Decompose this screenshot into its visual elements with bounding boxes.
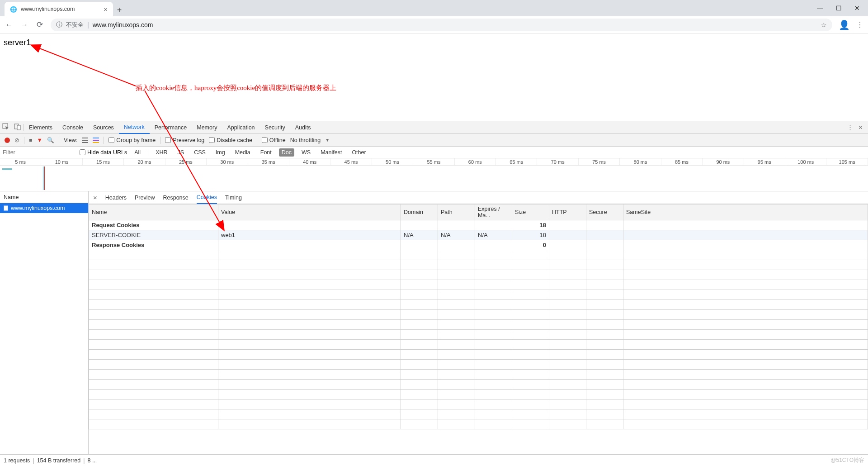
offline-checkbox[interactable]: Offline — [262, 137, 286, 143]
security-label: 不安全 — [66, 21, 84, 29]
filter-css[interactable]: CSS — [191, 148, 208, 157]
view-large-icon[interactable] — [82, 138, 88, 143]
cookie-row-empty — [89, 370, 868, 380]
filter-ws[interactable]: WS — [299, 148, 313, 157]
filter-icon[interactable]: ▼ — [37, 137, 42, 143]
filter-doc[interactable]: Doc — [279, 148, 294, 157]
filter-manifest[interactable]: Manifest — [318, 148, 344, 157]
menu-icon[interactable]: ⋮ — [856, 20, 863, 29]
filter-row: Hide data URLs All XHR JS CSS Img Media … — [0, 147, 868, 158]
browser-tab[interactable]: 🌐 www.mylinuxops.com × — [5, 2, 113, 16]
cookie-row-empty — [89, 399, 868, 409]
cookie-row-empty — [89, 300, 868, 310]
tab-elements[interactable]: Elements — [24, 121, 57, 133]
status-requests: 1 requests — [4, 457, 30, 464]
cookie-row-empty — [89, 290, 868, 300]
group-by-frame-checkbox[interactable]: Group by frame — [108, 137, 156, 143]
timeline-tick: 85 ms — [661, 158, 703, 165]
close-window-icon[interactable]: ✕ — [854, 5, 860, 12]
cookie-row-empty — [89, 390, 868, 399]
cookie-row[interactable]: Request Cookies18 — [89, 220, 868, 230]
tab-application[interactable]: Application — [222, 121, 259, 133]
timeline-tick: 25 ms — [165, 158, 207, 165]
disable-cache-checkbox[interactable]: Disable cache — [209, 137, 252, 143]
star-icon[interactable]: ☆ — [821, 21, 827, 29]
page-text: server1 — [4, 38, 31, 47]
devtools-tabs: Elements Console Sources Network Perform… — [0, 121, 868, 134]
tab-console[interactable]: Console — [57, 121, 88, 133]
page-body: server1 — [0, 33, 868, 121]
view-waterfall-icon[interactable] — [93, 138, 99, 143]
cookie-row-empty — [89, 360, 868, 370]
timeline-tick: 55 ms — [413, 158, 454, 165]
record-button[interactable] — [5, 138, 10, 143]
filter-img[interactable]: Img — [213, 148, 228, 157]
watermark: @51CTO博客 — [830, 456, 864, 464]
inspect-icon[interactable] — [0, 123, 12, 132]
minimize-icon[interactable]: — — [817, 5, 823, 12]
reload-button[interactable]: ⟳ — [35, 20, 44, 29]
cookie-row-empty — [89, 250, 868, 260]
request-item-label: www.mylinuxops.com — [11, 205, 65, 211]
timeline-tick: 50 ms — [372, 158, 413, 165]
detail-tab-cookies[interactable]: Cookies — [197, 194, 217, 204]
detail-tab-timing[interactable]: Timing — [225, 195, 242, 201]
tab-network[interactable]: Network — [119, 122, 150, 134]
filter-input[interactable] — [3, 149, 75, 156]
status-bar: 1 requests | 154 B transferred | 8 ... — [0, 454, 868, 466]
preserve-log-checkbox[interactable]: Preserve log — [165, 137, 204, 143]
globe-icon: 🌐 — [10, 6, 17, 13]
cookie-row-empty — [89, 270, 868, 280]
profile-icon[interactable]: 👤 — [839, 19, 850, 30]
back-button[interactable]: ← — [5, 20, 14, 29]
timeline-tick: 100 ms — [785, 158, 826, 165]
chevron-down-icon[interactable]: ▼ — [325, 138, 330, 143]
status-transferred: 154 B transferred — [37, 457, 81, 464]
tab-strip: 🌐 www.mylinuxops.com × + — ☐ ✕ — [0, 0, 868, 16]
cookie-row[interactable]: Response Cookies0 — [89, 240, 868, 250]
cookie-row[interactable]: SERVER-COOKIEweb1N/AN/AN/A18 — [89, 230, 868, 240]
tab-audits[interactable]: Audits — [290, 121, 316, 133]
tab-sources[interactable]: Sources — [88, 121, 119, 133]
cookie-row-empty — [89, 340, 868, 350]
tab-security[interactable]: Security — [260, 121, 290, 133]
svg-rect-2 — [17, 125, 20, 130]
timeline-tick: 5 ms — [0, 158, 41, 165]
tab-performance[interactable]: Performance — [150, 121, 192, 133]
forward-button[interactable]: → — [20, 20, 29, 29]
filter-media[interactable]: Media — [232, 148, 253, 157]
search-icon[interactable]: 🔍 — [47, 137, 54, 143]
new-tab-button[interactable]: + — [113, 4, 126, 16]
filter-other[interactable]: Other — [349, 148, 368, 157]
timeline-tick: 20 ms — [124, 158, 165, 165]
timeline-tick: 80 ms — [620, 158, 661, 165]
filter-font[interactable]: Font — [258, 148, 274, 157]
timeline-tick: 95 ms — [744, 158, 785, 165]
address-bar[interactable]: ⓘ 不安全 | www.mylinuxops.com ☆ — [51, 19, 832, 31]
close-detail-icon[interactable]: × — [93, 194, 97, 201]
detail-tab-response[interactable]: Response — [163, 195, 188, 201]
network-toolbar: ⊘ ■ ▼ 🔍 View: Group by frame Preserve lo… — [0, 134, 868, 147]
request-list-header: Name — [0, 191, 88, 203]
camera-icon[interactable]: ■ — [29, 137, 33, 143]
close-devtools-icon[interactable]: × — [859, 124, 863, 132]
filter-js[interactable]: JS — [175, 148, 187, 157]
timeline-tick: 75 ms — [579, 158, 620, 165]
document-icon — [4, 205, 8, 211]
filter-all[interactable]: All — [132, 148, 143, 157]
more-icon[interactable]: ⋮ — [847, 124, 853, 131]
filter-xhr[interactable]: XHR — [153, 148, 170, 157]
device-toggle-icon[interactable] — [12, 123, 24, 132]
stop-icon[interactable]: ⊘ — [14, 137, 19, 143]
request-item[interactable]: www.mylinuxops.com — [0, 203, 88, 213]
cookie-row-empty — [89, 310, 868, 320]
hide-data-urls-checkbox[interactable]: Hide data URLs — [80, 149, 127, 156]
detail-tab-preview[interactable]: Preview — [135, 195, 155, 201]
tab-memory[interactable]: Memory — [192, 121, 222, 133]
throttling-select[interactable]: No throttling — [290, 137, 321, 143]
maximize-icon[interactable]: ☐ — [836, 5, 842, 12]
close-tab-icon[interactable]: × — [104, 5, 108, 13]
cookie-header-row: Name Value Domain Path Expires / Ma... S… — [89, 204, 868, 220]
timeline[interactable]: 5 ms10 ms15 ms20 ms25 ms30 ms35 ms40 ms4… — [0, 158, 868, 191]
detail-tab-headers[interactable]: Headers — [105, 195, 127, 201]
